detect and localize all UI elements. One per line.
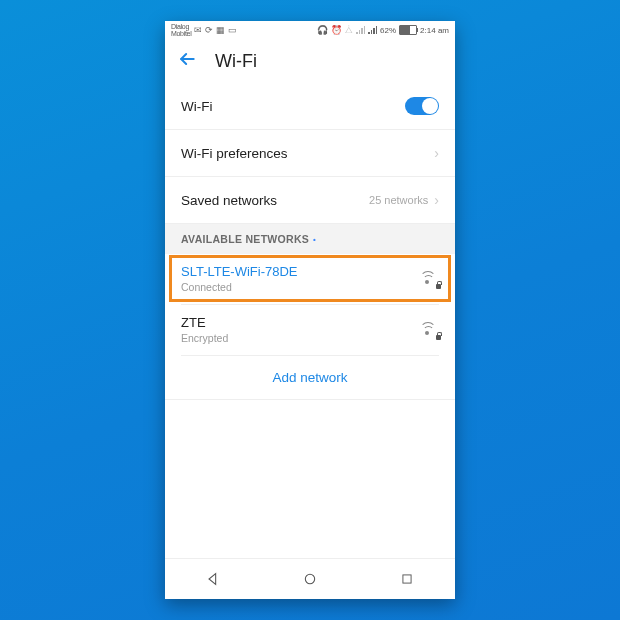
saved-networks-label: Saved networks xyxy=(181,193,277,208)
square-recents-icon xyxy=(400,572,414,586)
svg-marker-1 xyxy=(209,574,216,585)
phone-frame: Dialog Mobitel ✉ ⟳ ▦ ▭ 🎧 ⏰ ⧊ 62% 2:14 am xyxy=(165,21,455,599)
signal-2-icon xyxy=(368,26,377,34)
wifi-signal-lock-icon xyxy=(421,322,439,338)
status-bar: Dialog Mobitel ✉ ⟳ ▦ ▭ 🎧 ⏰ ⧊ 62% 2:14 am xyxy=(165,21,455,39)
wifi-toggle-label: Wi-Fi xyxy=(181,99,212,114)
row-wifi-preferences[interactable]: Wi-Fi preferences › xyxy=(165,130,455,177)
alarm-icon: ⏰ xyxy=(331,26,342,35)
network-status: Connected xyxy=(181,281,298,293)
empty-fill xyxy=(165,400,455,558)
back-button[interactable] xyxy=(177,49,197,73)
circle-home-icon xyxy=(302,571,318,587)
app-bar: Wi-Fi xyxy=(165,39,455,83)
page-title: Wi-Fi xyxy=(215,51,257,72)
screen-icon: ▭ xyxy=(228,26,237,35)
network-ssid: ZTE xyxy=(181,315,228,330)
carrier-label: Dialog Mobitel xyxy=(171,23,191,37)
row-saved-networks[interactable]: Saved networks 25 networks › xyxy=(165,177,455,224)
battery-percent: 62% xyxy=(380,26,396,35)
sync-icon: ⟳ xyxy=(205,26,213,35)
chevron-right-icon: › xyxy=(434,145,439,161)
add-network-label: Add network xyxy=(272,370,347,385)
wifi-toggle[interactable] xyxy=(405,97,439,115)
wifi-signal-lock-icon xyxy=(421,271,439,287)
network-item-connected[interactable]: SLT-LTE-WiFi-78DE Connected xyxy=(165,254,455,304)
nav-recents-button[interactable] xyxy=(387,559,427,599)
arrow-left-icon xyxy=(177,49,197,69)
signal-1-icon xyxy=(356,26,365,34)
image-icon: ▦ xyxy=(216,26,225,35)
refresh-indicator-icon: • xyxy=(313,235,316,244)
section-available-header: AVAILABLE NETWORKS• xyxy=(165,224,455,254)
add-network-button[interactable]: Add network xyxy=(165,356,455,400)
nav-bar xyxy=(165,558,455,599)
wifi-prefs-label: Wi-Fi preferences xyxy=(181,146,288,161)
nav-back-button[interactable] xyxy=(193,559,233,599)
mail-icon: ✉ xyxy=(194,26,202,35)
headset-icon: 🎧 xyxy=(317,26,328,35)
chevron-right-icon: › xyxy=(434,192,439,208)
wifi-status-icon: ⧊ xyxy=(345,26,353,35)
nav-home-button[interactable] xyxy=(290,559,330,599)
section-available-label: AVAILABLE NETWORKS xyxy=(181,233,309,245)
svg-point-2 xyxy=(305,574,314,583)
battery-icon xyxy=(399,25,417,35)
row-wifi-toggle[interactable]: Wi-Fi xyxy=(165,83,455,130)
saved-networks-count: 25 networks xyxy=(369,194,428,206)
network-item[interactable]: ZTE Encrypted xyxy=(165,305,455,355)
clock: 2:14 am xyxy=(420,26,449,35)
network-ssid: SLT-LTE-WiFi-78DE xyxy=(181,264,298,279)
network-status: Encrypted xyxy=(181,332,228,344)
triangle-back-icon xyxy=(205,571,221,587)
svg-rect-3 xyxy=(403,575,411,583)
